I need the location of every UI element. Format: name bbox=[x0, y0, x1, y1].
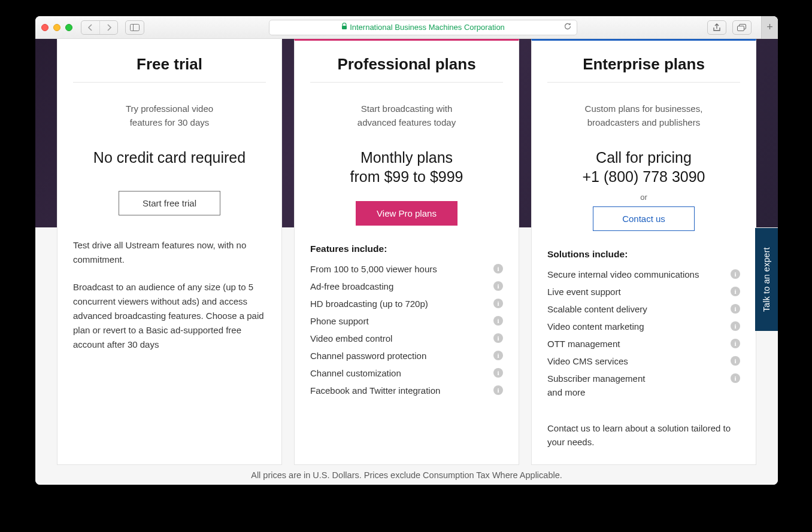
plan-lead: Custom plans for businesses, broadcaster… bbox=[547, 102, 740, 130]
feature-item: Channel customizationi bbox=[310, 364, 503, 382]
svg-rect-2 bbox=[342, 26, 347, 29]
info-icon[interactable]: i bbox=[731, 339, 740, 348]
plan-card-enterprise: Enterprise plans Custom plans for busine… bbox=[531, 39, 756, 465]
feature-item: Live event supporti bbox=[547, 283, 740, 300]
chevron-right-icon bbox=[106, 24, 112, 31]
plan-lead: Start broadcasting with advanced feature… bbox=[310, 102, 503, 130]
plan-highlight: Monthly plans from $99 to $999 bbox=[310, 148, 503, 187]
start-free-trial-button[interactable]: Start free trial bbox=[119, 191, 220, 215]
reload-icon bbox=[563, 22, 572, 31]
features-list-enterprise: Secure internal video communicationsi Li… bbox=[547, 266, 740, 387]
features-list-pro: From 100 to 5,000 viewer hoursi Ad-free … bbox=[310, 260, 503, 399]
window-controls bbox=[41, 24, 72, 31]
plan-highlight: Call for pricing +1 (800) 778 3090 bbox=[547, 148, 740, 187]
talk-to-expert-tab[interactable]: Talk to an expert bbox=[755, 228, 778, 331]
toolbar-right: + bbox=[707, 16, 772, 39]
nav-buttons bbox=[81, 20, 118, 35]
plan-card-professional: Professional plans Start broadcasting wi… bbox=[294, 39, 519, 465]
info-icon[interactable]: i bbox=[493, 281, 503, 291]
info-icon[interactable]: i bbox=[493, 368, 503, 378]
feature-item: Channel password protectioni bbox=[310, 347, 503, 364]
address-bar[interactable]: International Business Machines Corporat… bbox=[269, 20, 577, 35]
plan-description: Test drive all Ustream features now, wit… bbox=[73, 238, 266, 352]
contact-us-button[interactable]: Contact us bbox=[593, 206, 695, 231]
close-window-button[interactable] bbox=[41, 24, 49, 31]
feature-item: HD broadcasting (up to 720p)i bbox=[310, 295, 503, 312]
new-tab-button[interactable]: + bbox=[761, 16, 778, 39]
forward-button[interactable] bbox=[99, 21, 117, 34]
feature-item: Subscriber managementi bbox=[547, 370, 740, 387]
browser-window: International Business Machines Corporat… bbox=[35, 16, 778, 485]
svg-rect-0 bbox=[131, 24, 140, 31]
back-button[interactable] bbox=[81, 21, 99, 34]
tabs-icon bbox=[737, 24, 747, 31]
plan-title: Free trial bbox=[73, 55, 266, 83]
share-button[interactable] bbox=[707, 20, 726, 35]
info-icon[interactable]: i bbox=[731, 373, 740, 383]
feature-item: From 100 to 5,000 viewer hoursi bbox=[310, 260, 503, 278]
info-icon[interactable]: i bbox=[493, 351, 503, 360]
feature-item: Video content marketingi bbox=[547, 318, 740, 335]
info-icon[interactable]: i bbox=[731, 287, 740, 296]
info-icon[interactable]: i bbox=[731, 304, 740, 314]
plan-title: Professional plans bbox=[310, 55, 503, 83]
sidebar-icon bbox=[130, 24, 140, 31]
info-icon[interactable]: i bbox=[731, 321, 740, 331]
and-more-label: and more bbox=[547, 387, 740, 397]
lock-icon bbox=[341, 23, 347, 32]
share-icon bbox=[713, 23, 721, 32]
titlebar: International Business Machines Corporat… bbox=[35, 16, 778, 39]
svg-rect-4 bbox=[738, 26, 744, 31]
reload-button[interactable] bbox=[563, 22, 572, 32]
feature-item: Scalable content deliveryi bbox=[547, 300, 740, 318]
plan-lead: Try professional video features for 30 d… bbox=[73, 102, 266, 130]
info-icon[interactable]: i bbox=[493, 316, 503, 326]
feature-item: Secure internal video communicationsi bbox=[547, 266, 740, 283]
info-icon[interactable]: i bbox=[731, 269, 740, 279]
tailored-note: Contact us to learn about a solution tai… bbox=[547, 421, 740, 449]
info-icon[interactable]: i bbox=[493, 333, 503, 343]
feature-item: Phone supporti bbox=[310, 312, 503, 330]
plan-title: Enterprise plans bbox=[547, 55, 740, 83]
tabs-button[interactable] bbox=[732, 20, 752, 35]
info-icon[interactable]: i bbox=[493, 299, 503, 308]
feature-item: OTT managementi bbox=[547, 335, 740, 352]
pricing-cards: Free trial Try professional video featur… bbox=[57, 39, 756, 465]
plan-highlight: No credit card required bbox=[73, 148, 266, 168]
feature-item: Video CMS servicesi bbox=[547, 352, 740, 370]
sidebar-toggle-button[interactable] bbox=[125, 20, 144, 35]
address-text: International Business Machines Corporat… bbox=[350, 23, 505, 32]
feature-item: Facebook and Twitter integrationi bbox=[310, 382, 503, 399]
info-icon[interactable]: i bbox=[731, 356, 740, 366]
minimize-window-button[interactable] bbox=[53, 24, 60, 31]
features-heading: Features include: bbox=[310, 244, 503, 254]
features-heading: Solutions include: bbox=[547, 249, 740, 260]
info-icon[interactable]: i bbox=[493, 264, 503, 273]
pricing-disclaimer: All prices are in U.S. Dollars. Prices e… bbox=[35, 470, 778, 480]
feature-item: Ad-free broadcastingi bbox=[310, 278, 503, 295]
or-label: or bbox=[547, 193, 740, 202]
feature-item: Video embed controli bbox=[310, 330, 503, 347]
page: Free trial Try professional video featur… bbox=[35, 39, 778, 485]
plus-icon: + bbox=[766, 21, 773, 34]
zoom-window-button[interactable] bbox=[65, 24, 72, 31]
plan-card-free: Free trial Try professional video featur… bbox=[57, 39, 282, 465]
chevron-left-icon bbox=[87, 24, 93, 31]
view-pro-plans-button[interactable]: View Pro plans bbox=[356, 201, 457, 226]
info-icon[interactable]: i bbox=[493, 385, 503, 395]
